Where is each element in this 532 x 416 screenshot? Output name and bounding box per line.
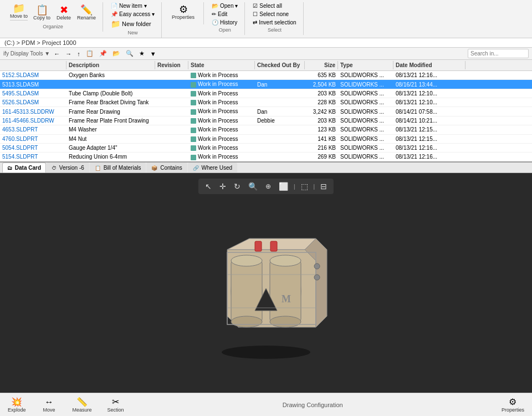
cell-size: 2,504 KB	[305, 81, 338, 88]
edit-button[interactable]: ✏ Edit	[209, 11, 229, 18]
cell-rev	[155, 93, 188, 94]
cell-checked	[255, 75, 305, 76]
search-button[interactable]: 🔍	[124, 49, 135, 58]
new-folder-button[interactable]: 📁 New folder	[109, 19, 154, 29]
select-tool-button[interactable]: ↖	[203, 181, 214, 192]
rename-label: Rename	[77, 15, 96, 21]
tab-contains[interactable]: 📦 Contains	[146, 163, 187, 173]
cell-size: 635 KB	[305, 72, 338, 79]
table-row[interactable]: 5313.SLDASM Work in Process Dan 2,504 KB…	[0, 80, 532, 89]
easy-access-button[interactable]: 📌 Easy access ▾	[109, 11, 157, 18]
cell-rev	[155, 111, 188, 112]
col-header-type[interactable]: Type	[338, 61, 393, 69]
new-item-label: New item ▾	[119, 3, 146, 9]
col-header-size[interactable]: Size	[305, 61, 338, 69]
separator2: |	[314, 184, 315, 190]
cell-date: 08/16/21 13:44...	[393, 81, 466, 88]
3d-view[interactable]: ↖ ✛ ↻ 🔍 ⊕ ⬜ | ⬚ | ⊟	[0, 173, 532, 393]
cell-type: SOLIDWORKS ...	[338, 81, 393, 88]
open-label: Open ▾	[220, 3, 238, 9]
toolbar-label: ify Display Tools ▼	[3, 50, 50, 57]
section-button[interactable]: ✂ Section	[104, 395, 127, 414]
properties-status-button[interactable]: ⚙ Properties	[498, 395, 528, 414]
tab-version[interactable]: ⏱ Version -6	[47, 163, 89, 173]
fit-button[interactable]: ⬜	[277, 181, 290, 192]
table-row[interactable]: 5054.SLDPRT Gauge Adapter 1/4" Work in P…	[0, 144, 532, 153]
pin-button[interactable]: 📌	[98, 49, 109, 58]
move-to-button[interactable]: 📁 Move to	[8, 2, 30, 23]
cell-checked: Dan	[255, 81, 305, 88]
move-button[interactable]: ↔ Move	[38, 396, 60, 414]
forward-button[interactable]: →	[64, 50, 73, 58]
col-header-name[interactable]	[0, 61, 66, 69]
cell-size: 203 KB	[305, 90, 338, 97]
cell-rev	[155, 148, 188, 149]
model-svg: M	[194, 205, 338, 361]
invert-selection-button[interactable]: ⇄ Invert selection	[250, 19, 298, 26]
display-mode-button[interactable]: ⬚	[299, 181, 310, 192]
table-row[interactable]: 5526.SLDASM Frame Rear Bracket Diving Ta…	[0, 98, 532, 107]
tab-data-card[interactable]: 🗂 Data Card	[2, 163, 46, 173]
cell-rev	[155, 156, 188, 158]
zoom-out-button[interactable]: 🔍	[246, 181, 260, 192]
back-button[interactable]: ←	[52, 50, 62, 58]
open-folder-button[interactable]: 📂	[111, 49, 122, 58]
table-row[interactable]: 5154.SLDPRT Reducing Union 6-4mm Work in…	[0, 153, 532, 161]
cell-state: Work in Process	[188, 117, 255, 124]
copy-path-button[interactable]: 📋	[84, 49, 95, 58]
copy-to-button[interactable]: 📋 Copy to	[31, 4, 53, 22]
rename-button[interactable]: ✏️ Rename	[75, 4, 98, 22]
cell-desc: Frame Rear Bracket Diving Tank	[66, 99, 155, 106]
view-toolbar: ↖ ✛ ↻ 🔍 ⊕ ⬜ | ⬚ | ⊟	[198, 179, 334, 194]
cell-name: 5526.SLDASM	[0, 99, 66, 106]
col-header-rev[interactable]: Revision	[155, 61, 188, 69]
table-row[interactable]: 161-45466.SLDDRW Frame Rear Plate Front …	[0, 116, 532, 125]
cell-checked: Dan	[255, 108, 305, 115]
data-card-icon: 🗂	[7, 165, 12, 171]
up-button[interactable]: ↑	[75, 50, 82, 58]
tab-bill-of-materials[interactable]: 📋 Bill of Materials	[90, 163, 146, 173]
cell-type: SOLIDWORKS ...	[338, 144, 393, 151]
rotate-tool-button[interactable]: ↻	[232, 181, 243, 192]
view-options-button[interactable]: ⊟	[318, 181, 329, 192]
cell-state: Work in Process	[188, 108, 255, 115]
table-row[interactable]: 161-45313.SLDDRW Frame Rear Drawing Work…	[0, 107, 532, 116]
search-input[interactable]	[468, 49, 529, 58]
status-center-text: Drawing Configuration	[136, 402, 489, 408]
cell-state: Work in Process	[188, 80, 255, 88]
new-item-button[interactable]: 📄 New item ▾	[109, 2, 149, 9]
where-used-icon: 🔗	[193, 165, 199, 171]
table-row[interactable]: 5495.SLDASM Tube Clamp (Double Bolt) Wor…	[0, 89, 532, 98]
cell-name: 5054.SLDPRT	[0, 144, 66, 151]
col-header-state[interactable]: State	[188, 61, 255, 69]
cell-name: 5154.SLDPRT	[0, 153, 66, 160]
edit-label: Edit	[218, 11, 227, 17]
cylinder-right-body	[270, 261, 301, 322]
zoom-in-button[interactable]: ⊕	[263, 181, 273, 191]
explode-button[interactable]: 💥 Explode	[4, 395, 29, 414]
properties-ribbon-button[interactable]: ⚙ Properties	[167, 2, 199, 22]
table-row[interactable]: 4760.SLDPRT M4 Nut Work in Process 141 K…	[0, 135, 532, 144]
history-button[interactable]: 🕐 History	[209, 19, 239, 26]
col-header-checked[interactable]: Checked Out By	[255, 61, 305, 69]
table-row[interactable]: 4653.SLDPRT M4 Washer Work in Process 12…	[0, 125, 532, 134]
tab-where-used[interactable]: 🔗 Where Used	[188, 163, 237, 173]
select-none-button[interactable]: ☐ Select none	[250, 11, 291, 18]
cell-type: SOLIDWORKS ...	[338, 117, 393, 124]
more-button[interactable]: ▼	[149, 50, 158, 58]
table-row[interactable]: 5152.SLDASM Oxygen Banks Work in Process…	[0, 71, 532, 80]
file-rows: 5152.SLDASM Oxygen Banks Work in Process…	[0, 71, 532, 163]
delete-button[interactable]: ✖ Delete	[54, 4, 74, 22]
ribbon-group-properties: ⚙ Properties	[163, 2, 204, 24]
select-all-button[interactable]: ☑ Select all	[250, 2, 284, 9]
col-header-date[interactable]: Date Modified	[393, 61, 466, 69]
ribbon-group-organize: 📁 Move to 📋 Copy to ✖ Delete ✏️ Rename	[3, 2, 103, 32]
col-header-desc[interactable]: Description	[66, 61, 155, 69]
measure-button[interactable]: 📏 Measure	[69, 395, 95, 414]
open-button[interactable]: 📂 Open ▾	[209, 2, 240, 9]
cell-type: SOLIDWORKS ...	[338, 90, 393, 97]
cell-state: Work in Process	[188, 126, 255, 133]
star-button[interactable]: ★	[137, 49, 146, 58]
cell-type: SOLIDWORKS ...	[338, 135, 393, 143]
pan-tool-button[interactable]: ✛	[217, 181, 228, 192]
